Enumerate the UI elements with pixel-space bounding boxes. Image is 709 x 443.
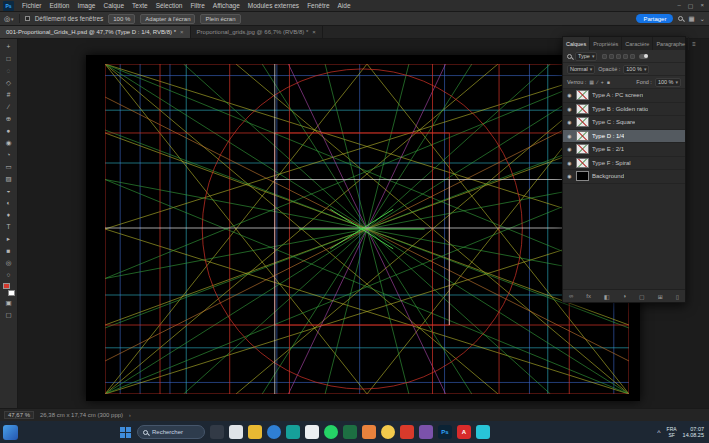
opacity-select[interactable]: 100 % ▾ <box>623 65 649 74</box>
app-yellow-icon[interactable] <box>381 425 395 439</box>
app-red-icon[interactable] <box>400 425 414 439</box>
screen-mode-icon[interactable]: ▢ <box>2 309 16 320</box>
lock-position-icon[interactable]: + <box>601 79 604 85</box>
menu-aide[interactable]: Aide <box>334 2 355 9</box>
visibility-eye-icon[interactable]: ◉ <box>566 133 573 139</box>
hand-tool[interactable]: ◎ <box>2 257 16 268</box>
visibility-eye-icon[interactable]: ◉ <box>566 160 573 166</box>
background-color-swatch[interactable] <box>8 290 15 296</box>
scroll-all-windows-checkbox[interactable] <box>25 16 30 21</box>
effects-icon[interactable]: fx <box>586 293 591 299</box>
path-selection-tool[interactable]: ▸ <box>2 233 16 244</box>
full-screen-button[interactable]: Plein écran <box>200 14 240 24</box>
layer-row-type-d-1-4[interactable]: ◉Type D : 1/4 <box>563 130 685 144</box>
mask-icon[interactable]: ◧ <box>604 293 610 300</box>
edge-browser-icon[interactable] <box>267 425 281 439</box>
menu-fenetre[interactable]: Fenêtre <box>303 2 333 9</box>
layer-row-type-c-square[interactable]: ◉Type C : Square <box>563 116 685 130</box>
minimize-icon[interactable]: – <box>677 2 680 9</box>
lock-all-icon[interactable]: ■ <box>607 79 610 85</box>
close-icon[interactable]: × <box>180 29 184 35</box>
blur-tool[interactable]: ◒ <box>2 185 16 196</box>
visibility-eye-icon[interactable]: ◉ <box>566 119 573 125</box>
layer-row-type-a-pc-screen[interactable]: ◉Type A : PC screen <box>563 89 685 103</box>
file-explorer-icon[interactable] <box>248 425 262 439</box>
search-icon[interactable] <box>678 16 683 21</box>
eyedropper-tool[interactable]: ∕ <box>2 101 16 112</box>
filter-pixel-icon[interactable] <box>602 54 607 59</box>
layer-row-type-e-2-1[interactable]: ◉Type E : 2/1 <box>563 143 685 157</box>
lock-transparency-icon[interactable]: ▦ <box>589 79 594 85</box>
panel-tab-proprietes[interactable]: Propriétés <box>590 37 622 50</box>
clock[interactable]: 07:07 14.08.25 <box>683 426 704 439</box>
filter-shape-icon[interactable] <box>623 54 628 59</box>
filter-adjustment-icon[interactable] <box>609 54 614 59</box>
move-tool[interactable]: + <box>2 41 16 52</box>
share-button[interactable]: Partager <box>636 14 673 23</box>
spot-healing-tool[interactable]: ⊕ <box>2 113 16 124</box>
current-tool-icon[interactable]: ◎▾ <box>4 15 14 23</box>
menu-modules-externes[interactable]: Modules externes <box>244 2 303 9</box>
history-brush-tool[interactable]: ◔ <box>2 149 16 160</box>
app-orange-icon[interactable] <box>362 425 376 439</box>
tray-expand-icon[interactable]: ^ <box>657 429 660 436</box>
close-icon[interactable]: × <box>312 29 316 35</box>
filter-type-select[interactable]: Type ▾ <box>575 52 597 61</box>
close-icon[interactable]: × <box>700 2 704 9</box>
layer-row-background[interactable]: ◉Background <box>563 170 685 184</box>
color-swatches[interactable] <box>2 283 16 296</box>
visibility-eye-icon[interactable]: ◉ <box>566 173 573 179</box>
visibility-eye-icon[interactable]: ◉ <box>566 106 573 112</box>
app-white-icon[interactable] <box>305 425 319 439</box>
marquee-tool[interactable]: □ <box>2 53 16 64</box>
fill-select[interactable]: 100 % ▾ <box>655 78 681 87</box>
visibility-eye-icon[interactable]: ◉ <box>566 146 573 152</box>
menu-affichage[interactable]: Affichage <box>209 2 244 9</box>
pen-tool[interactable]: ♦ <box>2 209 16 220</box>
zoom-tool[interactable]: ○ <box>2 269 16 280</box>
chevron-down-icon[interactable]: ⌄ <box>700 15 705 23</box>
menu-fichier[interactable]: Fichier <box>18 2 46 9</box>
taskbar-search[interactable]: Rechercher <box>137 425 205 439</box>
photoshop-icon[interactable]: Ps <box>438 425 452 439</box>
group-icon[interactable]: ▢ <box>639 293 645 300</box>
brush-tool[interactable]: ● <box>2 125 16 136</box>
adjustment-icon[interactable]: ◑ <box>622 293 626 299</box>
status-chevron-icon[interactable]: › <box>129 412 131 418</box>
filter-toggle[interactable] <box>639 54 648 59</box>
panel-tab-caractere[interactable]: Caractère <box>622 37 653 50</box>
dodge-tool[interactable]: ◐ <box>2 197 16 208</box>
document-canvas[interactable] <box>86 55 640 401</box>
menu-image[interactable]: Image <box>73 2 99 9</box>
zoom-100-button[interactable]: 100 % <box>108 14 135 24</box>
lock-pixels-icon[interactable]: ∕ <box>597 79 598 85</box>
trash-icon[interactable]: ▯ <box>676 293 679 300</box>
menu-selection[interactable]: Sélection <box>152 2 187 9</box>
filter-type-icon[interactable] <box>616 54 621 59</box>
menu-edition[interactable]: Edition <box>46 2 74 9</box>
keyboard-language[interactable]: FRASF <box>667 426 677 438</box>
maximize-icon[interactable]: ▢ <box>688 2 694 9</box>
panel-tab-calques[interactable]: Calques <box>563 37 590 50</box>
menu-texte[interactable]: Texte <box>128 2 152 9</box>
app-light-icon[interactable] <box>229 425 243 439</box>
excel-icon[interactable] <box>343 425 357 439</box>
task-view-icon[interactable] <box>210 425 224 439</box>
menu-calque[interactable]: Calque <box>99 2 128 9</box>
type-tool[interactable]: T <box>2 221 16 232</box>
gradient-tool[interactable]: ▨ <box>2 173 16 184</box>
layer-row-type-f-spiral[interactable]: ◉Type F : Spiral <box>563 157 685 171</box>
widgets-icon[interactable] <box>3 425 18 440</box>
menu-filtre[interactable]: Filtre <box>186 2 208 9</box>
visibility-eye-icon[interactable]: ◉ <box>566 92 573 98</box>
foreground-color-swatch[interactable] <box>3 283 10 289</box>
layer-row-type-b-golden-ratio[interactable]: ◉Type B : Golden ratio <box>563 103 685 117</box>
whatsapp-icon[interactable] <box>324 425 338 439</box>
workspace-icon[interactable]: ▦ <box>688 15 694 23</box>
start-button[interactable] <box>118 425 132 439</box>
panel-menu-icon[interactable]: ≡ <box>689 37 699 50</box>
shape-tool[interactable]: ■ <box>2 245 16 256</box>
app-teal-icon[interactable] <box>286 425 300 439</box>
lasso-tool[interactable]: ◌ <box>2 65 16 76</box>
zoom-level-field[interactable]: 47,67 % <box>4 411 34 419</box>
